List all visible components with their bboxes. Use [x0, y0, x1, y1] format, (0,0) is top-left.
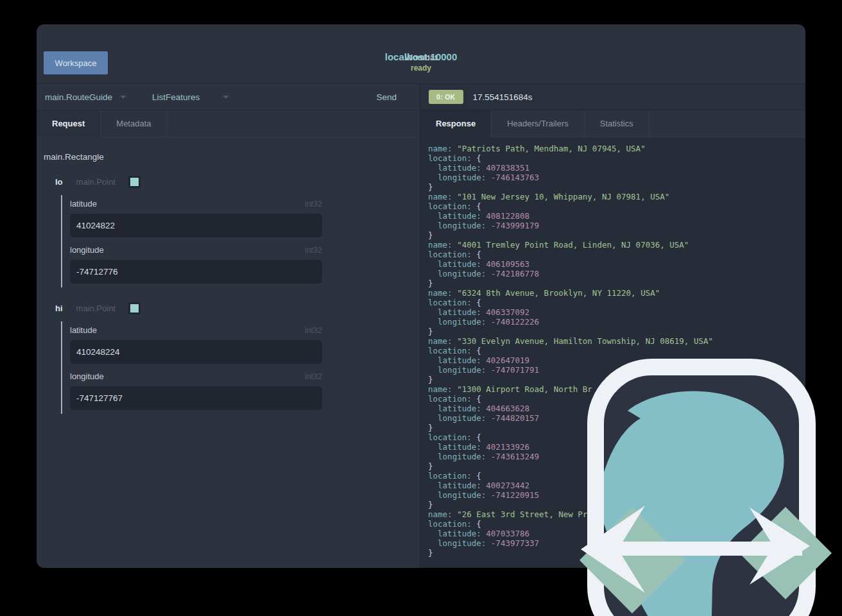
longitude-label: longitude: [70, 245, 104, 255]
checkbox-check-icon: [130, 304, 139, 312]
toolbar-right: 0: OK 17.554151684s: [420, 84, 805, 110]
response-line: }: [428, 375, 805, 384]
longitude-row: longitude int32: [70, 368, 322, 414]
request-form: main.Rectangle lo main.Point latitude in…: [37, 137, 420, 568]
service-name: main.RouteGuide: [45, 92, 112, 102]
response-line: }: [428, 423, 805, 432]
longitude-label: longitude: [70, 372, 104, 381]
hi-latitude-input[interactable]: [70, 340, 322, 364]
message-type-label: main.Rectangle: [44, 152, 420, 162]
response-line: location: {: [428, 250, 805, 259]
field-type: main.Point: [76, 304, 116, 313]
tab-headers-trailers[interactable]: Headers/Trailers: [492, 110, 585, 137]
host-address: localhost:10000: [37, 51, 805, 62]
response-line: name: "101 New Jersey 10, Whippany, NJ 0…: [428, 192, 805, 201]
response-line: location: {: [428, 394, 805, 404]
response-line: location: {: [428, 471, 805, 481]
checkbox-check-icon: [130, 178, 139, 186]
response-line: name: "6324 8th Avenue, Brooklyn, NY 112…: [428, 288, 805, 298]
panels: Request Metadata main.Rectangle lo main.…: [37, 110, 805, 568]
response-line: latitude: 404663628: [428, 404, 805, 413]
titlebar: Wombat Workspace localhost:10000 ready: [37, 24, 805, 83]
field-lo-header: lo main.Point: [55, 176, 420, 188]
response-line: location: {: [428, 346, 805, 355]
latitude-row: latitude int32: [70, 195, 322, 241]
response-line: location: {: [428, 153, 805, 163]
response-line: longitude: -743613249: [428, 452, 805, 461]
response-line: location: {: [428, 432, 805, 442]
request-panel: Request Metadata main.Rectangle lo main.…: [37, 110, 420, 568]
tab-request[interactable]: Request: [37, 110, 101, 137]
request-tabs: Request Metadata: [37, 110, 420, 137]
response-line: latitude: 400273442: [428, 481, 805, 490]
response-line: location: {: [428, 298, 805, 307]
latitude-label: latitude: [70, 199, 97, 209]
response-line: }: [428, 461, 805, 471]
longitude-type: int32: [305, 246, 322, 255]
grpc-status-badge: 0: OK: [429, 90, 463, 104]
response-line: }: [428, 278, 805, 288]
response-line: longitude: -743999179: [428, 221, 805, 230]
field-hi-header: hi main.Point: [55, 302, 420, 314]
method-name: ListFeatures: [152, 92, 200, 102]
response-body[interactable]: name: "Patriots Path, Mendham, NJ 07945,…: [420, 137, 805, 568]
field-name: lo: [55, 177, 63, 187]
response-line: name: "26 East 3rd Street, New Pr: [428, 509, 805, 519]
field-hi-checkbox[interactable]: [128, 302, 141, 314]
response-line: longitude: -741220915: [428, 490, 805, 500]
response-line: location: {: [428, 519, 805, 529]
response-line: longitude: -744820157: [428, 413, 805, 423]
response-line: }: [428, 548, 805, 558]
response-line: name: "Patriots Path, Mendham, NJ 07945,…: [428, 144, 805, 153]
response-tabs: Response Headers/Trailers Statistics: [420, 110, 805, 137]
response-line: latitude: 406337092: [428, 307, 805, 317]
wombat-window: Wombat Workspace localhost:10000 ready m…: [37, 24, 805, 568]
response-line: }: [428, 230, 805, 240]
elapsed-time: 17.554151684s: [473, 92, 533, 102]
connection-info: localhost:10000 ready: [37, 51, 805, 73]
response-line: }: [428, 327, 805, 336]
toolbar: main.RouteGuide ListFeatures Send 0: OK …: [37, 83, 805, 110]
longitude-type: int32: [305, 372, 322, 381]
tab-response[interactable]: Response: [420, 110, 492, 137]
field-type: main.Point: [76, 177, 116, 187]
tab-metadata[interactable]: Metadata: [101, 110, 167, 137]
chevron-down-icon: [120, 96, 126, 99]
response-line: latitude: 402133926: [428, 442, 805, 452]
field-name: hi: [55, 304, 63, 313]
hi-longitude-input[interactable]: [70, 386, 322, 410]
response-line: longitude: -742186778: [428, 269, 805, 278]
toolbar-left: main.RouteGuide ListFeatures Send: [37, 84, 420, 110]
response-line: latitude: 406109563: [428, 259, 805, 269]
response-line: latitude: 408122808: [428, 211, 805, 221]
method-select[interactable]: ListFeatures: [152, 92, 229, 102]
latitude-type: int32: [305, 200, 322, 209]
send-button[interactable]: Send: [376, 92, 397, 102]
service-select[interactable]: main.RouteGuide: [45, 92, 126, 102]
response-line: longitude: -743977337: [428, 538, 805, 548]
response-line: name: "330 Evelyn Avenue, Hamilton Towns…: [428, 336, 805, 346]
lo-latitude-input[interactable]: [70, 214, 322, 237]
response-line: }: [428, 500, 805, 509]
response-line: longitude: -740122226: [428, 317, 805, 327]
response-line: latitude: 407838351: [428, 163, 805, 173]
tab-statistics[interactable]: Statistics: [585, 110, 649, 137]
response-line: name: "4001 Tremley Point Road, Linden, …: [428, 240, 805, 250]
field-lo-checkbox[interactable]: [128, 176, 141, 188]
response-line: name: "1300 Airport Road, North Br: [428, 384, 805, 394]
connection-status: ready: [37, 64, 805, 73]
field-hi-group: latitude int32 longitude int32: [61, 321, 420, 414]
response-line: latitude: 402647019: [428, 355, 805, 365]
lo-longitude-input[interactable]: [70, 260, 322, 284]
field-lo-group: latitude int32 longitude int32: [61, 195, 420, 287]
latitude-row: latitude int32: [70, 321, 322, 368]
response-line: }: [428, 182, 805, 192]
response-line: longitude: -746143763: [428, 173, 805, 182]
response-panel: Response Headers/Trailers Statistics nam…: [420, 110, 805, 568]
chevron-down-icon: [223, 96, 229, 99]
response-line: longitude: -747071791: [428, 365, 805, 375]
latitude-label: latitude: [70, 325, 97, 335]
longitude-row: longitude int32: [70, 241, 322, 287]
latitude-type: int32: [305, 326, 322, 335]
screen: Wombat Workspace localhost:10000 ready m…: [0, 0, 842, 616]
